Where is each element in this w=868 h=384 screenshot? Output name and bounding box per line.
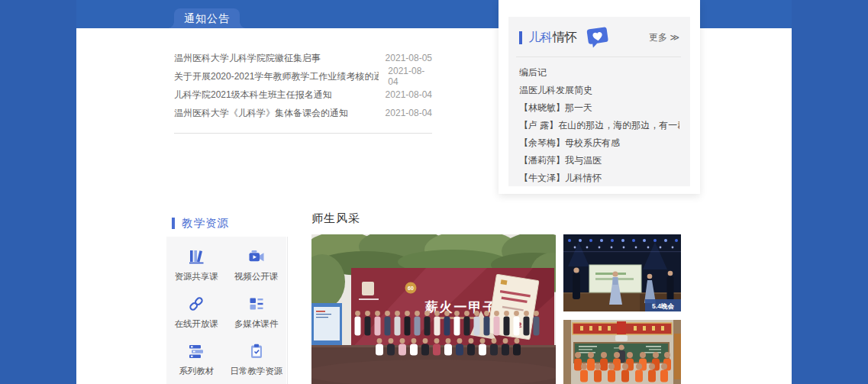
sentiment-title: 儿科情怀 bbox=[528, 30, 577, 46]
chain-link-icon bbox=[187, 295, 205, 313]
resource-item-daily-teaching[interactable]: 日常教学资源 bbox=[227, 342, 287, 384]
resource-item-online-course[interactable]: 在线开放课 bbox=[166, 295, 227, 342]
resource-label: 在线开放课 bbox=[175, 318, 219, 330]
resource-label: 资源共享课 bbox=[175, 271, 219, 282]
accent-bar bbox=[519, 31, 522, 44]
resource-label: 视频公开课 bbox=[234, 271, 279, 282]
bookshelf-icon bbox=[187, 247, 205, 266]
tab-notice-announcements[interactable]: 通知公告 bbox=[174, 8, 240, 28]
notice-title: 关于开展2020-2021学年教师教学工作业绩考核的通知 bbox=[174, 70, 379, 83]
resources-panel: 资源共享课 视频公开课 在线开放课 bbox=[166, 237, 286, 384]
notice-row[interactable]: 温州医科大学儿科学院院徽征集启事 2021-08-05 bbox=[174, 49, 432, 67]
stacked-bars-icon bbox=[187, 342, 205, 360]
notice-row[interactable]: 温州医科大学《儿科学》集体备课会的通知 2021-08-04 bbox=[174, 104, 432, 122]
resource-item-shared-course[interactable]: 资源共享课 bbox=[166, 247, 227, 295]
sentiment-item[interactable]: 【潘莉萍】我与温医 bbox=[519, 152, 679, 169]
vertical-divider bbox=[287, 237, 288, 384]
right-page-margin bbox=[792, 0, 868, 384]
sentiment-header: 儿科情怀 更多 ≫ bbox=[508, 17, 690, 55]
notice-title: 儿科学院2021级本科生班主任报名通知 bbox=[174, 89, 332, 102]
main-group-photo[interactable]: 60 薪火一甲子 bbox=[311, 234, 556, 384]
sentiment-item[interactable]: 【卢 露】在山的那边，海的那边，有一群小精灵 bbox=[519, 117, 679, 134]
sentiment-item[interactable]: 【牛文泽】儿科情怀 bbox=[519, 169, 679, 187]
anniversary-badge: 60 bbox=[408, 286, 414, 291]
video-camera-icon bbox=[247, 247, 266, 266]
resource-label: 日常教学资源 bbox=[230, 366, 282, 377]
photo-caption: 5.4晚会 bbox=[652, 302, 674, 310]
notice-date: 2021-08-04 bbox=[386, 108, 432, 118]
sentiment-item[interactable]: 温医儿科发展简史 bbox=[519, 82, 679, 99]
resources-title: 教学资源 bbox=[182, 216, 229, 231]
resource-item-multimedia[interactable]: 多媒体课件 bbox=[227, 295, 287, 342]
page: 通知公告 温州医科大学儿科学院院徽征集启事 2021-08-05 关于开展202… bbox=[0, 0, 868, 384]
sentiment-panel: 儿科情怀 更多 ≫ 编后记 温医儿科发展简史 【林晓敏】那一天 【卢 露】在山的… bbox=[508, 17, 690, 186]
sentiment-card: 儿科情怀 更多 ≫ 编后记 温医儿科发展简史 【林晓敏】那一天 【卢 露】在山的… bbox=[499, 0, 700, 194]
resource-label: 多媒体课件 bbox=[234, 318, 279, 330]
resources-header: 教学资源 bbox=[172, 216, 229, 231]
sentiment-list: 编后记 温医儿科发展简史 【林晓敏】那一天 【卢 露】在山的那边，海的那边，有一… bbox=[508, 57, 690, 187]
resource-item-textbooks[interactable]: 系列教材 bbox=[166, 342, 227, 384]
notice-title: 温州医科大学儿科学院院徽征集启事 bbox=[174, 52, 321, 65]
sentiment-item[interactable]: 【余琴梅】母校系庆有感 bbox=[519, 134, 679, 152]
sentiment-item[interactable]: 编后记 bbox=[519, 64, 679, 82]
more-link[interactable]: 更多 ≫ bbox=[649, 31, 679, 44]
notice-date: 2021-08-04 bbox=[388, 66, 432, 87]
notice-list: 温州医科大学儿科学院院徽征集启事 2021-08-05 关于开展2020-202… bbox=[174, 49, 432, 122]
notice-row[interactable]: 儿科学院2021级本科生班主任报名通知 2021-08-04 bbox=[174, 86, 432, 104]
notice-title: 温州医科大学《儿科学》集体备课会的通知 bbox=[174, 107, 348, 120]
heart-bubble-icon bbox=[585, 25, 611, 50]
stage-gala-photo[interactable]: 5.4晚会 bbox=[563, 234, 681, 311]
sentiment-item[interactable]: 【林晓敏】那一天 bbox=[519, 99, 679, 117]
clipboard-icon bbox=[247, 342, 266, 360]
gallery-title: 师生风采 bbox=[311, 211, 360, 226]
notice-date: 2021-08-05 bbox=[386, 53, 432, 63]
resource-item-open-video[interactable]: 视频公开课 bbox=[227, 247, 287, 295]
notice-row[interactable]: 关于开展2020-2021学年教师教学工作业绩考核的通知 2021-08-04 bbox=[174, 67, 432, 86]
resource-label: 系列教材 bbox=[179, 366, 214, 377]
blocks-list-icon bbox=[247, 295, 266, 313]
classroom-photo[interactable] bbox=[563, 320, 681, 384]
notice-date: 2021-08-04 bbox=[386, 89, 432, 100]
notice-separator bbox=[174, 133, 432, 134]
accent-bar bbox=[172, 218, 175, 229]
left-page-margin bbox=[0, 0, 76, 384]
